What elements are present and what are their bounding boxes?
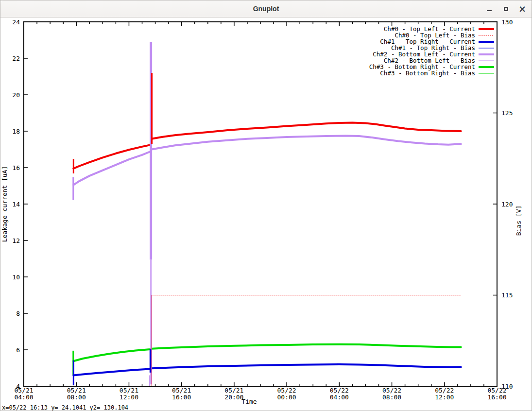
series-ch-0-top-left-current bbox=[73, 122, 461, 169]
x-tick-date: 05/22 bbox=[330, 387, 349, 394]
y-tick-label: 20 bbox=[12, 91, 20, 99]
x-tick-date: 05/21 bbox=[172, 387, 191, 394]
y-tick-label: 8 bbox=[16, 310, 20, 317]
y-tick-label: 18 bbox=[12, 128, 20, 135]
x-tick-date: 05/22 bbox=[277, 387, 296, 394]
x-tick-time: 20:00 bbox=[224, 394, 243, 401]
y2-tick-label: 120 bbox=[501, 201, 513, 208]
titlebar[interactable]: Gnuplot × bbox=[0, 0, 532, 17]
series bbox=[73, 122, 461, 375]
x-tick-time: 04:00 bbox=[330, 394, 349, 401]
close-icon: × bbox=[518, 4, 526, 14]
maximize-button[interactable] bbox=[500, 3, 511, 14]
y-tick-label: 24 bbox=[12, 18, 20, 26]
legend-label-ch-3-bottom-right-bias: Ch#3 - Bottom Right - Bias bbox=[380, 69, 475, 77]
x-tick-time: 00:00 bbox=[277, 394, 296, 401]
y-tick-label: 22 bbox=[12, 55, 20, 62]
x-tick-date: 05/21 bbox=[224, 387, 243, 394]
x-tick-time: 08:00 bbox=[67, 394, 86, 401]
x-tick-time: 12:00 bbox=[435, 394, 454, 401]
x-tick-time: 04:00 bbox=[14, 394, 33, 401]
y-tick-label: 4 bbox=[16, 383, 20, 390]
plot-canvas[interactable]: 05/2104:0005/2108:0005/2112:0005/2116:00… bbox=[0, 17, 532, 411]
legend: Ch#0 - Top Left - CurrentCh#0 - Top Left… bbox=[369, 25, 494, 77]
gnuplot-window: Gnuplot × 05/2104:0005/2108:0005/2112:00… bbox=[0, 0, 532, 411]
y-tick-label: 14 bbox=[12, 201, 20, 208]
y-tick-label: 16 bbox=[12, 164, 20, 171]
maximize-icon bbox=[504, 7, 508, 11]
window-title: Gnuplot bbox=[0, 0, 532, 17]
x-tick-time: 08:00 bbox=[382, 394, 401, 401]
y2-tick-label: 125 bbox=[501, 109, 513, 117]
close-button[interactable]: × bbox=[517, 3, 528, 14]
x-tick-time: 16:00 bbox=[172, 394, 191, 401]
x-tick-time: 12:00 bbox=[120, 394, 138, 401]
series-ch-1-top-right-current bbox=[73, 364, 461, 376]
y2-tick-label: 115 bbox=[501, 291, 513, 299]
x-tick-time: 16:00 bbox=[487, 394, 506, 401]
x-tick-date: 05/22 bbox=[382, 387, 401, 394]
minimize-icon bbox=[487, 10, 492, 11]
series-ch-2-bottom-left-current bbox=[73, 136, 461, 185]
y2-tick-label: 110 bbox=[501, 383, 513, 390]
y-axis-title: Leakage current [uA] bbox=[1, 166, 8, 242]
cursor-position-readout: x=05/22 16:13 y= 24.1041 y2= 130.104 bbox=[2, 404, 128, 411]
x-tick-date: 05/22 bbox=[435, 387, 454, 394]
x-tick-date: 05/21 bbox=[120, 387, 138, 394]
gnuplot-chart: 05/2104:0005/2108:0005/2112:0005/2116:00… bbox=[0, 17, 532, 411]
spike-events bbox=[73, 42, 152, 386]
window-controls: × bbox=[484, 0, 528, 17]
y-tick-label: 6 bbox=[16, 346, 20, 354]
y2-tick-label: 130 bbox=[501, 18, 513, 26]
minimize-button[interactable] bbox=[484, 3, 495, 14]
x-tick-date: 05/21 bbox=[67, 387, 86, 394]
y-tick-label: 12 bbox=[12, 237, 20, 244]
y-tick-label: 10 bbox=[12, 274, 20, 281]
y2-axis-title: Bias [V] bbox=[515, 206, 522, 236]
x-axis-title: Time bbox=[241, 398, 257, 405]
series-ch-3-bottom-right-current bbox=[73, 344, 461, 361]
